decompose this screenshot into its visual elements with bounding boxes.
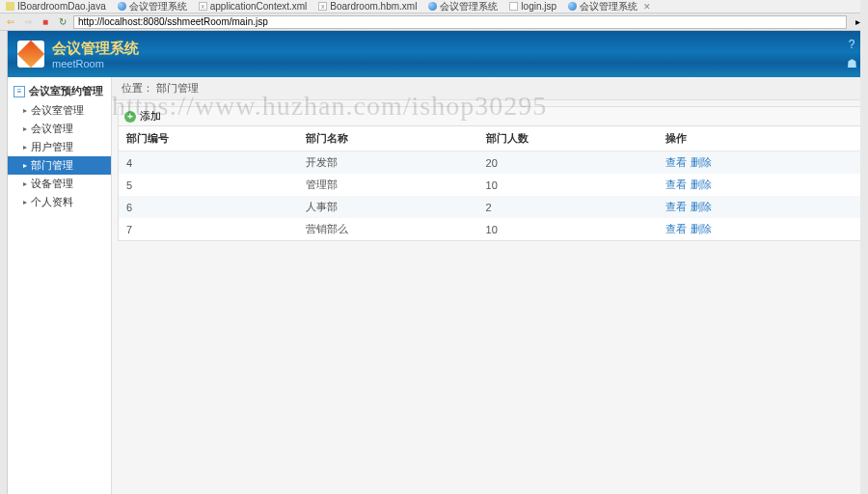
- ide-tab-label: login.jsp: [521, 1, 556, 12]
- cell-actions: 查看删除: [658, 218, 861, 240]
- stop-button[interactable]: ■: [39, 15, 52, 29]
- sidebar-item[interactable]: ▸会议室管理: [8, 101, 111, 120]
- sidebar-item-label: 会议室管理: [31, 103, 84, 118]
- view-link[interactable]: 查看: [665, 178, 687, 190]
- chevron-right-icon: ▸: [23, 161, 27, 170]
- ide-tab[interactable]: 会议管理系统✕: [562, 0, 657, 13]
- table-row: 5管理部10查看删除: [119, 174, 861, 196]
- app-subtitle: meetRoom: [52, 58, 139, 69]
- sidebar-item[interactable]: ▸个人资料: [8, 193, 111, 211]
- scrollbar[interactable]: [860, 0, 868, 494]
- j-icon: [6, 2, 14, 11]
- delete-link[interactable]: 删除: [691, 156, 712, 168]
- app-title: 会议管理系统: [52, 40, 139, 58]
- globe-icon: [118, 2, 126, 11]
- cell-count: 10: [478, 174, 658, 196]
- cell-count: 10: [478, 218, 658, 240]
- sidebar-item[interactable]: ▸会议管理: [8, 120, 111, 138]
- chevron-right-icon: ▸: [23, 179, 27, 188]
- sidebar-heading: ≡ 会议室预约管理: [8, 81, 111, 101]
- ide-tab-label: Boardroom.hbm.xml: [330, 1, 417, 12]
- cell-id: 4: [119, 151, 298, 175]
- view-link[interactable]: 查看: [665, 201, 687, 212]
- column-header: 部门名称: [298, 126, 477, 151]
- sidebar-item[interactable]: ▸设备管理: [8, 175, 111, 193]
- cell-name: 人事部: [298, 196, 477, 218]
- app-header: 会议管理系统 meetRoom ? ☗: [8, 31, 868, 77]
- ide-tab[interactable]: 会议管理系统: [112, 0, 193, 13]
- globe-icon: [428, 2, 437, 11]
- cell-name: 开发部: [298, 151, 477, 175]
- x-icon: x: [318, 2, 327, 11]
- delete-link[interactable]: 删除: [691, 178, 712, 190]
- view-link[interactable]: 查看: [665, 223, 687, 234]
- cell-actions: 查看删除: [658, 196, 861, 218]
- cell-count: 2: [478, 196, 658, 218]
- column-header: 操作: [658, 126, 861, 151]
- url-bar: ⇐ ⇒ ■ ↻ ▸: [0, 14, 868, 31]
- cell-actions: 查看删除: [658, 151, 861, 175]
- user-icon[interactable]: ☗: [845, 57, 858, 70]
- sidebar-item-label: 用户管理: [31, 140, 73, 154]
- forward-button[interactable]: ⇒: [21, 15, 35, 29]
- ide-tab-label: 会议管理系统: [580, 0, 637, 14]
- cell-name: 管理部: [298, 174, 477, 196]
- url-input[interactable]: [73, 15, 847, 29]
- add-button[interactable]: + 添加: [119, 107, 861, 126]
- ide-tab-label: applicationContext.xml: [210, 1, 308, 12]
- dept-table: 部门编号部门名称部门人数操作 4开发部20查看删除5管理部10查看删除6人事部2…: [119, 126, 861, 240]
- back-button[interactable]: ⇐: [4, 15, 17, 29]
- table-row: 6人事部2查看删除: [119, 196, 861, 218]
- ide-tab[interactable]: xapplicationContext.xml: [193, 0, 313, 13]
- x-icon: x: [199, 2, 207, 11]
- breadcrumb-value: 部门管理: [156, 82, 199, 94]
- data-panel: + 添加 部门编号部门名称部门人数操作 4开发部20查看删除5管理部10查看删除…: [118, 106, 862, 241]
- ide-tab[interactable]: login.jsp: [503, 0, 562, 13]
- chevron-right-icon: ▸: [23, 198, 27, 206]
- sidebar-heading-label: 会议室预约管理: [29, 84, 103, 98]
- ide-tab-label: IBoardroomDao.java: [17, 1, 106, 12]
- sidebar: ≡ 会议室预约管理 ▸会议室管理▸会议管理▸用户管理▸部门管理▸设备管理▸个人资…: [8, 77, 112, 494]
- view-link[interactable]: 查看: [665, 156, 687, 168]
- breadcrumb-label: 位置：: [122, 82, 153, 94]
- ide-tab-label: 会议管理系统: [129, 0, 187, 14]
- ide-tab[interactable]: xBoardroom.hbm.xml: [312, 0, 422, 13]
- chevron-right-icon: ▸: [23, 143, 27, 151]
- refresh-button[interactable]: ↻: [56, 15, 69, 29]
- cell-id: 5: [119, 174, 298, 196]
- ide-tab-label: 会议管理系统: [440, 0, 498, 14]
- d-icon: [509, 2, 518, 11]
- sidebar-item-label: 会议管理: [31, 122, 73, 136]
- cell-name: 营销部么: [298, 218, 477, 240]
- table-row: 7营销部么10查看删除: [119, 218, 861, 240]
- ide-tab[interactable]: IBoardroomDao.java: [0, 0, 112, 13]
- breadcrumb: 位置： 部门管理: [112, 77, 868, 100]
- chevron-right-icon: ▸: [23, 124, 27, 133]
- globe-icon: [568, 2, 577, 11]
- help-icon[interactable]: ?: [845, 38, 858, 51]
- chevron-right-icon: ▸: [23, 106, 27, 115]
- content-area: https://www.huzhan.com/ishop30295 位置： 部门…: [112, 77, 868, 494]
- table-row: 4开发部20查看删除: [119, 151, 861, 175]
- column-header: 部门人数: [478, 126, 658, 151]
- sidebar-item-label: 个人资料: [31, 195, 73, 209]
- add-button-label: 添加: [140, 109, 161, 124]
- sidebar-item-label: 部门管理: [31, 158, 73, 173]
- close-icon[interactable]: ✕: [643, 2, 651, 12]
- delete-link[interactable]: 删除: [691, 223, 712, 234]
- menu-icon: ≡: [14, 86, 25, 97]
- sidebar-item[interactable]: ▸部门管理: [8, 156, 111, 175]
- column-header: 部门编号: [119, 126, 298, 151]
- cell-id: 7: [119, 218, 298, 240]
- cell-count: 20: [478, 151, 658, 175]
- cell-actions: 查看删除: [658, 174, 861, 196]
- app-logo: [17, 41, 44, 68]
- sidebar-item-label: 设备管理: [31, 177, 73, 191]
- ide-tab[interactable]: 会议管理系统: [422, 0, 503, 13]
- plus-icon: +: [124, 111, 136, 123]
- sidebar-item[interactable]: ▸用户管理: [8, 138, 111, 156]
- cell-id: 6: [119, 196, 298, 218]
- delete-link[interactable]: 删除: [691, 201, 712, 212]
- ide-tabs-bar: IBoardroomDao.java会议管理系统xapplicationCont…: [0, 0, 868, 14]
- left-gutter: [0, 31, 8, 494]
